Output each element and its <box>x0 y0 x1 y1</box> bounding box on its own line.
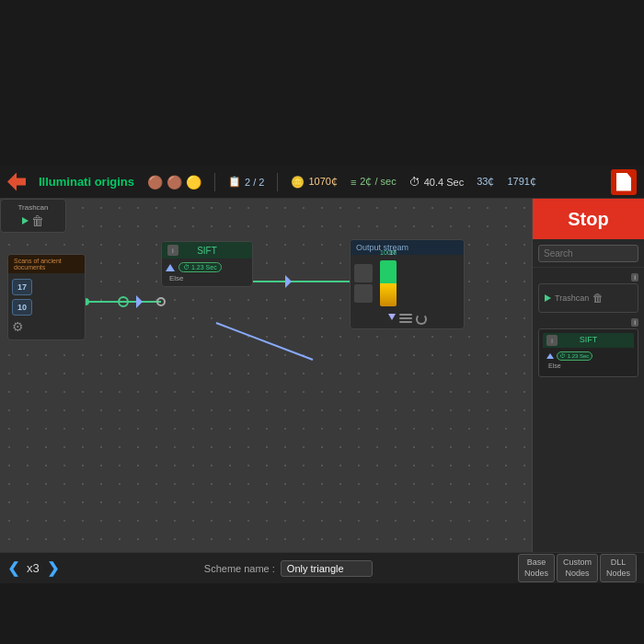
else-label: Else <box>166 274 248 282</box>
panel-triangle-icon <box>546 353 554 359</box>
back-button[interactable] <box>7 173 26 191</box>
source-node-header: Scans of ancient documents <box>8 255 85 273</box>
output-node[interactable]: Output stream 17 100% <box>350 239 465 329</box>
canvas-area[interactable]: Scans of ancient documents 17 10 ⚙ <box>0 199 532 552</box>
panel-sift-card[interactable]: i SIFT ⏱ 1.23 Sec Else <box>538 328 638 377</box>
scheme-label: Scheme name : <box>204 563 275 574</box>
chevron-left[interactable]: ❮ <box>7 559 19 577</box>
avatar-group: 🟤 🟤 🟡 <box>147 175 201 190</box>
output-squares <box>354 264 373 303</box>
bottom-bar: ❮ x3 ❯ Scheme name : BaseNodes CustomNod… <box>0 552 644 583</box>
panel-sift-header: i SIFT <box>543 333 634 348</box>
stack-icon <box>399 314 412 323</box>
num-badge-17: 17 <box>12 279 32 295</box>
search-box <box>533 239 644 268</box>
panel-sift-filter-row: ⏱ 1.23 Sec <box>546 351 630 361</box>
panel-sift-timer: ⏱ 1.23 Sec <box>557 351 592 361</box>
top-bar: Illuminati origins 🟤 🟤 🟡 📋 2 / 2 🪙 1070₵… <box>0 166 644 199</box>
svg-line-3 <box>216 323 313 360</box>
info-badge: i <box>167 245 178 256</box>
doc-icon <box>616 173 631 191</box>
stat-time: ⏱ 40.4 Sec <box>409 176 464 189</box>
scheme-name-area: Scheme name : <box>204 560 373 577</box>
right-panel: Stop i Trashcan 🗑 i <box>532 199 644 552</box>
stat-docs: 📋 2 / 2 <box>228 176 264 188</box>
base-nodes-button[interactable]: BaseNodes <box>518 554 555 582</box>
panel-info-row-2: i <box>538 316 638 328</box>
stat-coins: 🪙 1070₵ <box>291 176 337 189</box>
canvas-trash-node[interactable]: Trashcan 🗑 <box>0 199 66 233</box>
pagination: ❮ x3 ❯ <box>7 559 59 577</box>
stat-extra2: 1791₵ <box>507 176 535 188</box>
dll-nodes-button[interactable]: DLLNodes <box>600 554 637 582</box>
chevron-right[interactable]: ❯ <box>47 559 59 577</box>
source-node[interactable]: Scans of ancient documents 17 10 ⚙ <box>7 254 86 340</box>
refresh-icon <box>416 314 427 325</box>
scheme-input[interactable] <box>281 560 373 577</box>
output-node-header: Output stream <box>351 240 464 255</box>
stat-extra1: 33₵ <box>477 176 494 188</box>
svg-point-1 <box>119 297 128 306</box>
panel-sift-body: ⏱ 1.23 Sec Else <box>543 348 634 373</box>
play-icon <box>388 314 396 320</box>
svg-marker-7 <box>136 295 143 308</box>
canvas-trash-play-icon <box>22 217 29 224</box>
num-badge-10: 10 <box>12 299 32 316</box>
svg-marker-6 <box>285 275 292 288</box>
stat-rate: ≡ 2₵ / sec <box>351 176 397 188</box>
panel-sift-else: Else <box>546 362 630 369</box>
sift-node-header: i SIFT <box>162 242 252 259</box>
output-bottom-icons <box>351 312 464 328</box>
main-area: Scans of ancient documents 17 10 ⚙ <box>0 199 644 552</box>
svg-point-5 <box>157 298 165 305</box>
canvas-trash-bin-icon: 🗑 <box>31 213 44 228</box>
panel-trash-bin-icon: 🗑 <box>592 292 604 305</box>
multiplier-label: x3 <box>27 561 40 575</box>
panel-sift-label: SIFT <box>580 335 598 346</box>
sift-node[interactable]: i SIFT ⏱ 1.23 Sec Else <box>161 241 253 287</box>
project-title: Illuminati origins <box>39 175 134 189</box>
progress-bar <box>380 260 397 306</box>
panel-trash-label: Trashcan <box>555 293 589 303</box>
canvas-trash-icon-wrap: 🗑 <box>22 213 44 228</box>
search-input[interactable] <box>538 245 638 262</box>
custom-nodes-button[interactable]: CustomNodes <box>557 554 598 582</box>
triangle-filter-icon <box>166 264 175 271</box>
doc-button[interactable] <box>611 169 637 195</box>
sift-node-body: ⏱ 1.23 Sec Else <box>162 259 252 286</box>
panel-sift-info-icon: i <box>546 335 558 346</box>
source-node-body: 17 10 ⚙ <box>8 273 85 339</box>
panel-trash-play-icon <box>545 294 551 302</box>
panel-info-row: i <box>538 271 638 283</box>
stop-button[interactable]: Stop <box>533 199 644 239</box>
panel-trash-label-row: Trashcan 🗑 <box>545 288 632 308</box>
panel-trash-card[interactable]: Trashcan 🗑 <box>538 283 638 313</box>
output-pct: 100% <box>380 249 397 256</box>
canvas-trash-label: Trashcan <box>17 203 48 212</box>
bottom-buttons: BaseNodes CustomNodes DLLNodes <box>518 554 637 582</box>
timer-badge: ⏱ 1.23 Sec <box>178 262 222 272</box>
output-node-body: 17 100% <box>351 255 464 312</box>
panel-section: i Trashcan 🗑 i i SIF <box>533 268 644 552</box>
